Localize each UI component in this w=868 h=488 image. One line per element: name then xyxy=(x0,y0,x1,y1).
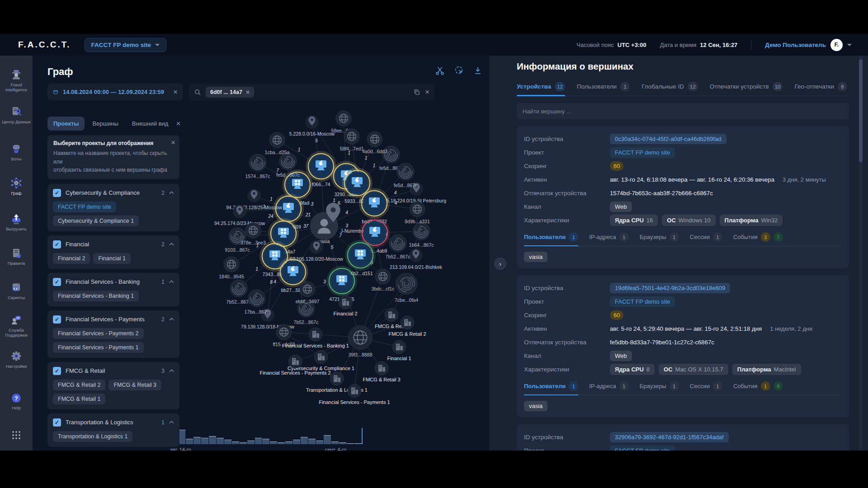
subtab-sessions[interactable]: Сессии1 xyxy=(690,232,722,246)
timeline-histogram[interactable]: авг. 14-го сент. 4-го xyxy=(178,428,364,448)
sidebar-item-rules[interactable]: Правила xyxy=(0,247,33,266)
cut-edges-icon[interactable] xyxy=(435,66,445,75)
graph-node: Financial 1 xyxy=(387,340,411,361)
close-filter-panel-button[interactable]: × xyxy=(176,120,180,127)
device-id-pill[interactable]: 19d6fea5-7501-4e42-9b2a-3cd03e18e609 xyxy=(610,283,730,293)
user-chip[interactable]: vasia xyxy=(524,401,547,411)
tab-device-fingerprints[interactable]: Отпечатки устройств 10 xyxy=(710,82,783,96)
chevron-up-icon[interactable] xyxy=(169,280,174,283)
project-name[interactable]: Transportation & Logistics xyxy=(66,419,133,426)
graph-toolbar xyxy=(435,66,483,75)
close-hint-button[interactable]: × xyxy=(171,139,175,146)
svg-text:5: 5 xyxy=(315,138,318,143)
copy-icon[interactable] xyxy=(413,89,420,96)
project-checkbox[interactable]: ✓ xyxy=(53,418,61,427)
user-name: Демо Пользователь xyxy=(765,42,826,48)
project-checkbox[interactable]: ✓ xyxy=(53,240,61,249)
project-pill[interactable]: FACCT FP demo site xyxy=(610,446,675,451)
panel-scrollbar-thumb[interactable] xyxy=(859,59,863,162)
lasso-select-icon[interactable] xyxy=(454,66,464,75)
tab-projects[interactable]: Проекты xyxy=(47,117,85,131)
sidebar-item-settings[interactable]: Настройки xyxy=(0,350,33,369)
project-selector[interactable]: FACCT FP demo site xyxy=(85,38,167,52)
search-tag[interactable]: 6d0f ... 14a7 × xyxy=(206,87,254,98)
project-pill[interactable]: FACCT FP demo site xyxy=(610,296,675,307)
subtab-sessions[interactable]: Сессии1 xyxy=(690,381,722,395)
project-tag[interactable]: Cybersecurity & Compliance 1 xyxy=(53,216,139,226)
sidebar-item-help[interactable]: ? Help xyxy=(0,392,33,410)
graph-search-bar[interactable]: 6d0f ... 14a7 × × xyxy=(189,84,435,100)
sidebar-item-graph[interactable]: Граф xyxy=(0,177,33,196)
chevron-up-icon[interactable] xyxy=(169,421,174,424)
tab-vertices[interactable]: Вершины xyxy=(86,117,124,131)
project-tag[interactable]: FMCG & Retail 3 xyxy=(108,380,161,390)
project-name[interactable]: Financial xyxy=(66,241,89,248)
upload-icon xyxy=(10,212,23,225)
project-count: 2 xyxy=(161,241,165,248)
sidebar-item-data-center[interactable]: Центр Данных xyxy=(0,105,33,124)
tab-count-badge: 12 xyxy=(555,82,565,91)
project-checkbox[interactable]: ✓ xyxy=(53,189,61,197)
chevron-up-icon[interactable] xyxy=(169,191,174,194)
subtab-events[interactable]: События37 xyxy=(733,232,783,246)
subtab-users[interactable]: Пользователи1 xyxy=(524,381,578,395)
project-tag[interactable]: Financial Services - Banking 1 xyxy=(53,291,139,301)
project-checkbox[interactable]: ✓ xyxy=(53,367,61,375)
remove-tag-button[interactable]: × xyxy=(246,89,250,95)
vertex-search-input[interactable] xyxy=(517,103,849,119)
tab-devices[interactable]: Устройства 12 xyxy=(517,82,565,96)
subtab-ip[interactable]: IP-адреса1 xyxy=(589,232,629,246)
project-tag[interactable]: Financial Services - Payments 1 xyxy=(53,342,144,353)
project-tag[interactable]: FACCT FP demo site xyxy=(53,202,116,212)
project-tag[interactable]: FMCG & Retail 2 xyxy=(53,380,105,390)
svg-text:1: 1 xyxy=(255,267,258,272)
expand-panel-button[interactable]: › xyxy=(494,258,506,270)
project-name[interactable]: FMCG & Retail xyxy=(66,367,105,374)
user-chip[interactable]: vasia xyxy=(524,252,547,262)
date-range-picker[interactable]: 14.08.2024 00:00 — 12.09.2024 23:59 × xyxy=(47,84,183,100)
project-name[interactable]: Financial Services - Payments xyxy=(66,316,145,323)
subtab-browsers[interactable]: Браузеры1 xyxy=(640,232,679,246)
svg-text:1: 1 xyxy=(270,197,273,202)
chevron-up-icon[interactable] xyxy=(169,369,174,372)
subtab-users[interactable]: Пользователи1 xyxy=(524,232,578,246)
sidebar-item-fraud-intelligence[interactable]: Fraud Intelligence xyxy=(0,68,33,93)
clear-search-button[interactable]: × xyxy=(425,88,429,96)
project-pill[interactable]: FACCT FP demo site xyxy=(610,147,675,158)
project-tag[interactable]: Financial 1 xyxy=(93,253,130,264)
project-checkbox[interactable]: ✓ xyxy=(53,315,61,324)
subtab-events[interactable]: События19 xyxy=(733,381,783,395)
apps-grid-button[interactable] xyxy=(0,430,33,442)
subtab-ip[interactable]: IP-адреса1 xyxy=(589,381,629,395)
download-icon[interactable] xyxy=(473,66,483,75)
device-id-pill[interactable]: 0c30a34c-074d-45f2-a0df-ca46db269fad xyxy=(610,134,726,144)
gear-icon xyxy=(10,350,23,362)
subtab-browsers[interactable]: Браузеры1 xyxy=(640,381,679,395)
graph-node: 62.105.128.0/20-Moscow xyxy=(290,240,343,262)
tab-count-badge: 10 xyxy=(773,82,783,91)
sidebar-item-scripts[interactable]: Скрипты xyxy=(0,281,33,300)
project-checkbox[interactable]: ✓ xyxy=(53,278,61,286)
svg-text:7b52...867c: 7b52...867c xyxy=(386,254,410,259)
sidebar-item-export[interactable]: Выгрузить xyxy=(0,212,33,231)
channel-chip: Web xyxy=(610,202,632,212)
graph-node: 8d9b...a331 xyxy=(405,202,430,224)
project-name[interactable]: Cybersecurity & Compliance xyxy=(66,189,140,196)
project-tag[interactable]: Financial 2 xyxy=(53,253,90,264)
clear-date-button[interactable]: × xyxy=(173,88,178,96)
project-tag[interactable]: Financial Services - Payments 2 xyxy=(53,328,144,339)
project-name[interactable]: Financial Services - Banking xyxy=(66,278,140,285)
tab-global-ids[interactable]: Глобальные ID 12 xyxy=(642,82,698,96)
sidebar-item-support[interactable]: Служба Поддержки xyxy=(0,314,33,338)
user-menu[interactable]: Демо Пользователь F. xyxy=(765,39,852,51)
tab-users[interactable]: Пользователи 1 xyxy=(577,82,630,96)
support-chat-icon xyxy=(10,314,23,326)
sidebar-item-bots[interactable]: Боты xyxy=(0,142,33,161)
project-tag[interactable]: Transportation & Logistics 1 xyxy=(53,431,132,442)
tab-geo-fingerprints[interactable]: Гео-отпечатки 8 xyxy=(794,82,847,96)
tab-appearance[interactable]: Внешний вид xyxy=(126,117,175,131)
device-id-pill[interactable]: 32906a79-3692-467d-92d1-1f567c34adaf xyxy=(610,432,729,442)
chevron-up-icon[interactable] xyxy=(169,243,174,246)
project-tag[interactable]: FMCG & Retail 1 xyxy=(53,394,105,404)
chevron-up-icon[interactable] xyxy=(169,318,174,321)
